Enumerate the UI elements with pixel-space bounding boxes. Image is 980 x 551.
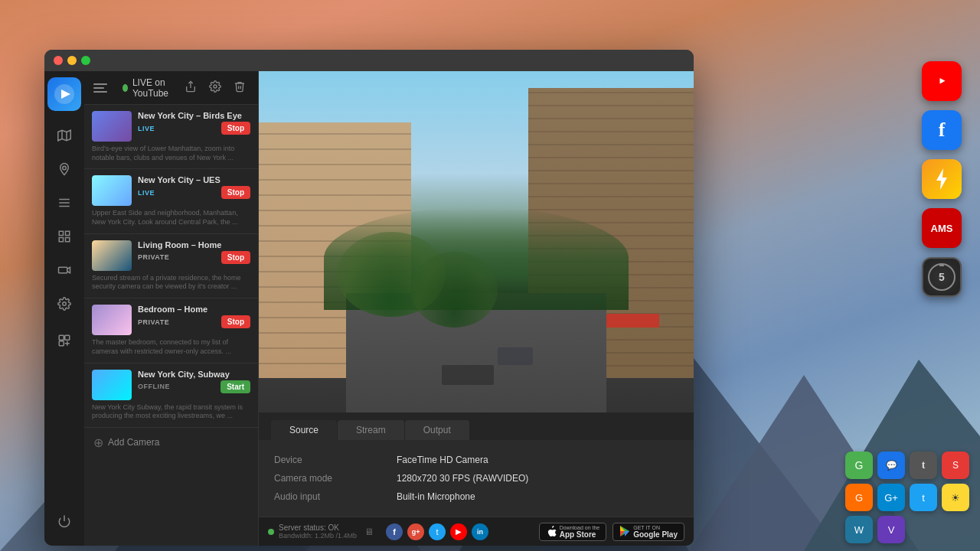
camera-status: LIVE xyxy=(138,189,155,197)
audio-input-row: Audio input Built-in Microphone xyxy=(274,487,678,506)
mini-icon-9[interactable]: W xyxy=(845,516,873,543)
camera-description: Secured stream of a private residence, t… xyxy=(92,274,250,292)
sidebar-item-grid[interactable] xyxy=(49,221,80,252)
camera-name: Bedroom – Home xyxy=(138,305,250,314)
main-content: Source Stream Output Device FaceTime HD … xyxy=(259,71,694,546)
social-youtube[interactable]: ▶ xyxy=(450,523,467,540)
mini-icon-1[interactable]: G xyxy=(845,452,873,479)
audio-input-label: Audio input xyxy=(274,491,397,502)
stop-button[interactable]: Stop xyxy=(221,315,250,328)
mini-icon-2[interactable]: 💬 xyxy=(877,452,905,479)
mini-icon-6[interactable]: G+ xyxy=(877,484,905,511)
appstore-label: Download on the App Store xyxy=(560,525,600,539)
device-value: FaceTime HD Camera xyxy=(397,455,488,465)
video-preview xyxy=(259,71,694,412)
add-camera-button[interactable]: ⊕ Add Camera xyxy=(84,428,258,458)
add-camera-plus-icon: ⊕ xyxy=(93,435,103,450)
sidebar-item-list[interactable] xyxy=(49,187,80,218)
svg-rect-18 xyxy=(66,238,70,242)
stop-button[interactable]: Stop xyxy=(221,251,250,264)
server-status-footer: Server status: OK Bandwidth: 1.2Mb /1.4M… xyxy=(279,523,357,540)
title-bar xyxy=(44,50,694,71)
app-window: LIVE on YouTube xyxy=(44,50,694,546)
camera-item-nyc-birds-eye[interactable]: New York City – Birds Eye LIVE Stop Bird… xyxy=(84,105,258,169)
device-row: Device FaceTime HD Camera xyxy=(274,451,678,469)
social-facebook[interactable]: f xyxy=(386,523,403,540)
audio-input-value: Built-in Microphone xyxy=(397,491,475,502)
server-status-text: Server status: OK xyxy=(279,523,357,532)
svg-point-20 xyxy=(63,302,67,306)
appstore-badge[interactable]: Download on the App Store xyxy=(539,523,607,541)
maximize-button[interactable] xyxy=(81,56,90,65)
social-linkedin[interactable]: in xyxy=(472,523,488,540)
camera-status: Private xyxy=(138,318,169,326)
tab-output[interactable]: Output xyxy=(405,420,469,440)
mini-icon-7[interactable]: t xyxy=(910,484,937,511)
app-logo[interactable] xyxy=(47,77,81,111)
playstore-icon xyxy=(619,526,630,538)
mini-icon-10[interactable]: V xyxy=(877,516,905,543)
dock-facebook[interactable]: f xyxy=(922,110,962,150)
mini-icon-3[interactable]: t xyxy=(910,452,937,479)
camera-item-bedroom[interactable]: Bedroom – Home Private Stop The master b… xyxy=(84,298,258,363)
sidebar-item-settings[interactable] xyxy=(49,289,80,319)
bottom-section: Source Stream Output Device FaceTime HD … xyxy=(259,412,694,517)
start-button[interactable]: Start xyxy=(220,380,250,393)
tab-content-source: Device FaceTime HD Camera Camera mode 12… xyxy=(259,440,694,517)
sidebar-item-power[interactable] xyxy=(49,506,80,536)
menu-icon[interactable] xyxy=(93,83,107,93)
svg-marker-32 xyxy=(625,531,629,536)
tab-source[interactable]: Source xyxy=(271,420,337,440)
close-button[interactable] xyxy=(54,56,63,65)
network-icon: 🖥 xyxy=(364,527,374,537)
camera-item-nyc-ues[interactable]: New York City – UES LIVE Stop Upper East… xyxy=(84,169,258,233)
dock-lightning[interactable] xyxy=(922,159,962,199)
mini-icon-4[interactable]: S xyxy=(942,452,969,479)
social-googleplus[interactable]: g+ xyxy=(407,523,424,540)
camera-name: New York City, Subway xyxy=(138,370,250,379)
panel-header: LIVE on YouTube xyxy=(84,71,258,105)
svg-rect-15 xyxy=(59,231,63,235)
server-status-dot xyxy=(268,529,274,535)
sidebar-item-location[interactable] xyxy=(49,154,80,184)
circle5-label: 5 xyxy=(939,271,945,283)
sidebar-item-video[interactable] xyxy=(49,255,80,285)
live-dot xyxy=(122,84,128,92)
camera-list-panel: LIVE on YouTube xyxy=(84,71,259,546)
camera-status: Private xyxy=(138,253,169,261)
camera-item-nyc-subway[interactable]: New York City, Subway Offline Start New … xyxy=(84,364,258,428)
mini-icon-5[interactable]: G xyxy=(845,484,873,511)
app-body: LIVE on YouTube xyxy=(44,71,694,546)
street-scene xyxy=(259,71,694,412)
camera-name: New York City – UES xyxy=(138,175,250,184)
sidebar-item-map[interactable] xyxy=(49,120,80,151)
svg-marker-34 xyxy=(936,168,947,190)
settings-icon[interactable] xyxy=(206,77,224,99)
svg-point-11 xyxy=(63,166,67,170)
social-twitter[interactable]: t xyxy=(429,523,446,540)
playstore-badge[interactable]: GET IT ON Google Play xyxy=(612,523,684,541)
share-icon[interactable] xyxy=(181,77,200,99)
right-dock-bottom: G 💬 t S G G+ t ☀ W V xyxy=(845,452,969,543)
camera-item-living-room[interactable]: Living Room – Home Private Stop Secured … xyxy=(84,234,258,298)
dock-circle5[interactable]: 5 xyxy=(922,257,962,297)
minimize-button[interactable] xyxy=(67,56,77,65)
traffic-lights xyxy=(54,56,90,65)
stop-button[interactable]: Stop xyxy=(221,122,250,135)
sidebar-bottom xyxy=(49,506,80,546)
stop-button[interactable]: Stop xyxy=(221,186,250,199)
add-camera-label: Add Camera xyxy=(108,437,159,448)
svg-rect-23 xyxy=(59,341,64,346)
delete-icon[interactable] xyxy=(230,77,249,99)
dock-youtube[interactable] xyxy=(922,61,962,101)
sidebar-item-add[interactable] xyxy=(49,325,80,356)
tab-bar: Source Stream Output xyxy=(259,412,694,440)
mini-icon-8[interactable]: ☀ xyxy=(942,484,969,511)
red-awning xyxy=(606,314,658,328)
sidebar xyxy=(44,71,84,546)
tab-stream[interactable]: Stream xyxy=(338,420,404,440)
footer: Server status: OK Bandwidth: 1.2Mb /1.4M… xyxy=(259,517,694,546)
right-dock: f AMS 5 xyxy=(922,61,962,297)
dock-ams[interactable]: AMS xyxy=(922,208,962,248)
svg-rect-19 xyxy=(59,267,67,273)
